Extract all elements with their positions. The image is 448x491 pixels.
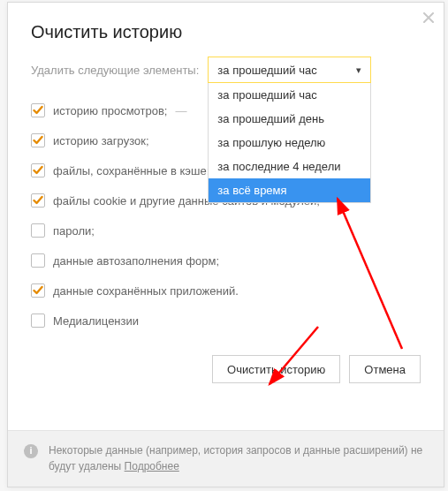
list-item: пароли; (31, 215, 421, 246)
time-range-option[interactable]: за прошедший час (209, 83, 370, 107)
time-range-option[interactable]: за последние 4 недели (209, 155, 370, 178)
checkbox[interactable] (31, 103, 45, 117)
item-label: файлы, сохранённые в кэше; (53, 164, 209, 178)
page-title: Очистить историю (8, 3, 444, 57)
checkbox[interactable] (31, 313, 45, 328)
list-item: данные сохранённых приложений. (31, 276, 421, 306)
checkbox[interactable] (31, 163, 45, 178)
time-range-option[interactable]: за прошедший день (209, 107, 370, 131)
item-label: Медиалицензии (53, 314, 139, 328)
item-label: данные сохранённых приложений. (53, 284, 239, 298)
close-icon[interactable] (421, 10, 437, 26)
checkbox[interactable] (31, 253, 45, 268)
item-label: пароли; (53, 224, 95, 238)
chevron-down-icon: ▾ (356, 64, 361, 76)
checkbox[interactable] (31, 193, 45, 208)
list-item: данные автозаполнения форм; (31, 246, 421, 276)
list-item: Медиалицензии (31, 306, 421, 336)
cancel-button[interactable]: Отмена (349, 355, 421, 383)
item-label: историю загрузок; (53, 134, 149, 147)
delete-range-label: Удалить следующие элементы: (31, 64, 199, 77)
item-hint: — (175, 104, 186, 117)
item-label: историю просмотров; (53, 104, 167, 117)
footer-text: Некоторые данные (например, история запр… (49, 444, 422, 472)
checkbox[interactable] (31, 283, 45, 298)
time-range-value: за прошедший час (217, 64, 316, 77)
checkbox[interactable] (31, 133, 45, 147)
time-range-option[interactable]: за всё время (209, 178, 370, 202)
item-label: данные автозаполнения форм; (53, 254, 219, 268)
clear-button[interactable]: Очистить историю (212, 355, 340, 383)
footer-more-link[interactable]: Подробнее (125, 460, 179, 472)
time-range-option[interactable]: за прошлую неделю (209, 131, 370, 155)
dialog-clear-history: Очистить историю Удалить следующие элеме… (7, 2, 444, 487)
time-range-select-button[interactable]: за прошедший час ▾ (208, 57, 371, 83)
footer-note: i Некоторые данные (например, история за… (8, 430, 444, 487)
time-range-dropdown[interactable]: за прошедший часза прошедший деньза прош… (208, 83, 371, 203)
time-range-select[interactable]: за прошедший час ▾ за прошедший часза пр… (208, 57, 371, 83)
info-icon: i (24, 444, 38, 458)
checkbox[interactable] (31, 223, 45, 238)
